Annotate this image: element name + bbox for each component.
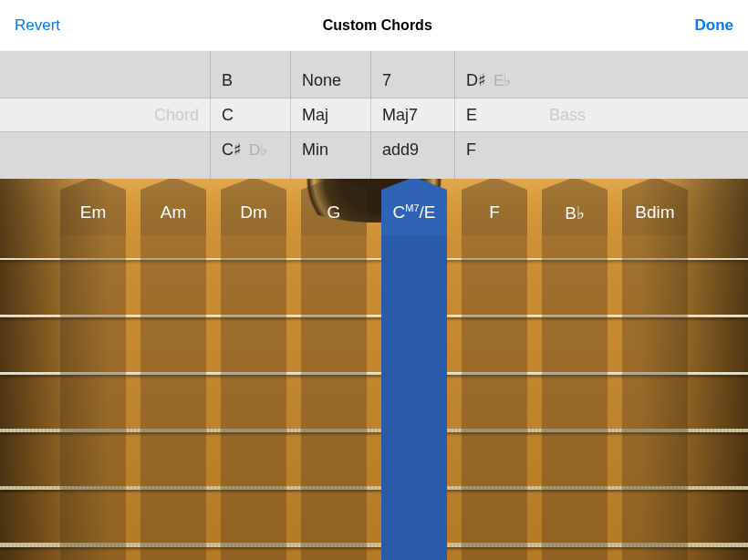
page-title: Custom Chords: [323, 17, 432, 34]
chord-strip-head[interactable]: B♭: [542, 190, 608, 235]
picker-label-bass: Bass: [538, 51, 626, 179]
chord-strip-body[interactable]: [140, 235, 206, 560]
chord-picker-bar: Chord B C C♯D♭ None Maj Min 7 Maj7 add9: [0, 51, 748, 179]
chord-strip-head[interactable]: CM7/E: [381, 190, 447, 235]
header-bar: Revert Custom Chords Done: [0, 0, 748, 51]
chord-strip-body[interactable]: [622, 235, 688, 560]
picker-ext-next[interactable]: add9: [382, 132, 454, 167]
chord-strip-7[interactable]: Bdim: [622, 190, 688, 560]
chord-strip-1[interactable]: Am: [140, 190, 206, 560]
picker-quality-prev[interactable]: None: [302, 63, 370, 98]
chord-strips-row: EmAmDmGCM7/EFB♭Bdim: [0, 190, 748, 560]
chord-strip-label: B♭: [565, 202, 585, 223]
done-button[interactable]: Done: [694, 16, 733, 35]
chord-strip-head[interactable]: Am: [140, 190, 206, 235]
chord-strip-body[interactable]: [221, 235, 286, 560]
picker-quality-next[interactable]: Min: [302, 132, 370, 167]
revert-button[interactable]: Revert: [15, 16, 60, 35]
chord-strip-head[interactable]: G: [301, 190, 367, 235]
picker-col-extension[interactable]: 7 Maj7 add9: [370, 51, 454, 179]
chord-strip-body[interactable]: [542, 235, 608, 560]
fretboard: EmAmDmGCM7/EFB♭Bdim: [0, 179, 748, 560]
picker-root-sel[interactable]: C: [222, 98, 290, 132]
picker-ext-sel[interactable]: Maj7: [382, 98, 454, 132]
chord-strip-label: Em: [80, 202, 107, 223]
custom-chords-screen: Revert Custom Chords Done Chord B C C♯D♭…: [0, 0, 748, 560]
chord-strip-4[interactable]: CM7/E: [381, 190, 447, 560]
chord-strip-0[interactable]: Em: [60, 190, 126, 560]
chord-strip-body[interactable]: [381, 235, 447, 560]
chord-strip-head[interactable]: F: [462, 190, 527, 235]
chord-strip-3[interactable]: G: [301, 190, 367, 560]
picker-col-root[interactable]: B C C♯D♭: [210, 51, 290, 179]
chord-strip-label: Dm: [240, 202, 267, 223]
picker-root-next[interactable]: C♯D♭: [222, 132, 290, 167]
chord-strip-label: CM7/E: [393, 202, 436, 223]
chord-strip-head[interactable]: Em: [60, 190, 126, 235]
chord-strip-5[interactable]: F: [462, 190, 527, 560]
chord-strip-body[interactable]: [60, 235, 126, 560]
chord-strip-label: G: [327, 202, 341, 223]
chord-strip-head[interactable]: Dm: [221, 190, 286, 235]
picker-quality-sel[interactable]: Maj: [302, 98, 370, 132]
picker-root-prev[interactable]: B: [222, 63, 290, 98]
chord-strip-6[interactable]: B♭: [542, 190, 608, 560]
picker-bass-prev[interactable]: D♯E♭: [466, 63, 538, 98]
chord-strip-body[interactable]: [301, 235, 367, 560]
picker-ext-prev[interactable]: 7: [382, 63, 454, 98]
picker-col-quality[interactable]: None Maj Min: [290, 51, 370, 179]
chord-strip-label: Bdim: [635, 202, 674, 223]
picker-bass-sel[interactable]: E: [466, 98, 538, 132]
chord-strip-label: Am: [161, 202, 187, 223]
chord-strip-label: F: [489, 202, 500, 223]
picker-col-bass[interactable]: D♯E♭ E F: [454, 51, 538, 179]
picker-label-chord: Chord: [122, 51, 210, 179]
chord-strip-2[interactable]: Dm: [221, 190, 286, 560]
picker-bass-next[interactable]: F: [466, 132, 538, 167]
chord-strip-body[interactable]: [462, 235, 527, 560]
chord-strip-head[interactable]: Bdim: [622, 190, 688, 235]
